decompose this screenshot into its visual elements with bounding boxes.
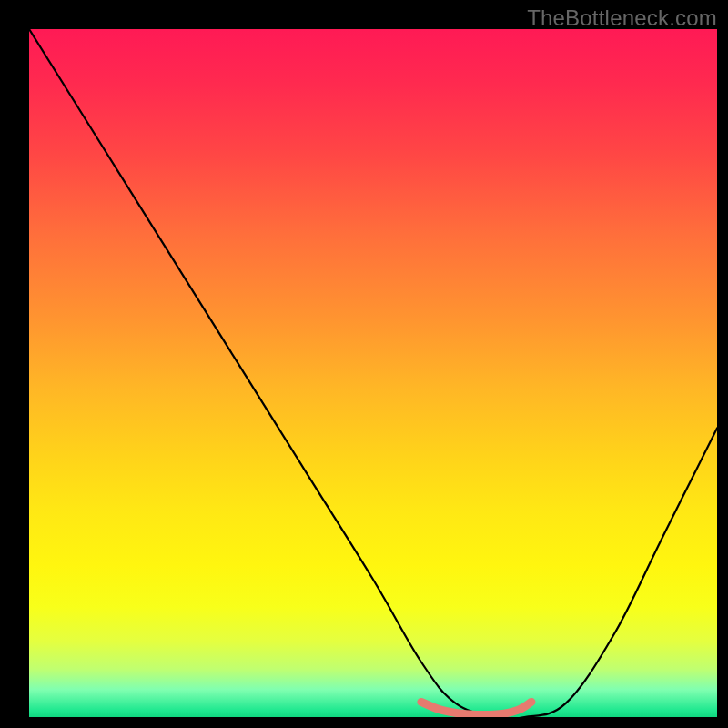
chart-plot-area: [29, 29, 717, 717]
watermark-text: TheBottleneck.com: [527, 5, 717, 31]
chart-svg: [29, 29, 717, 717]
optimal-range-highlight: [421, 702, 531, 714]
bottleneck-curve-line: [29, 29, 717, 717]
